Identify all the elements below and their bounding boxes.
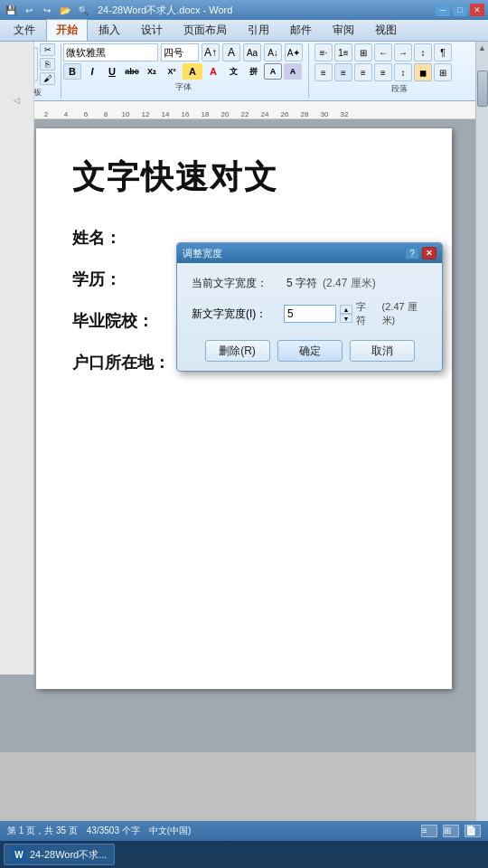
superscript-button[interactable]: X² <box>163 63 181 80</box>
paragraph-label: 段落 <box>314 83 484 95</box>
ruler-mark: 24 <box>255 110 275 118</box>
show-marks-btn[interactable]: ¶ <box>434 43 452 61</box>
font-label: 字体 <box>63 81 303 93</box>
text-effect-btn[interactable]: A✦ <box>285 43 303 61</box>
increase-font-btn[interactable]: A <box>222 43 240 61</box>
document-area: 文字快速对文 姓名： 学历： 毕业院校： 户口所在地： <box>0 119 488 752</box>
minimize-button[interactable]: ─ <box>436 4 450 16</box>
ruler-mark: 30 <box>314 110 334 118</box>
confirm-button[interactable]: 确定 <box>277 340 343 362</box>
page-info: 第 1 页，共 35 页 <box>7 825 78 837</box>
new-width-row: 新文字宽度(I)： ▲ ▼ 字符 (2.47 厘米) <box>192 300 427 327</box>
close-button[interactable]: ✕ <box>470 4 484 16</box>
border-btn[interactable]: ⊞ <box>434 63 452 81</box>
font-group: A↑ A Aa A↓ A✦ B I U abc X₂ X² A A 文 拼 A … <box>63 43 309 99</box>
ruler-mark: 6 <box>76 110 96 118</box>
margin-indicator: ◁ <box>0 96 33 105</box>
adjust-width-dialog: 调整宽度 ? ✕ 当前文字宽度： 5 字符 (2.47 厘米) 新文字宽度(I)… <box>176 242 443 372</box>
paragraph-group: ≡· 1≡ ⊞ ← → ↕ ¶ ≡ ≡ ≡ ≡ ↕ ◼ ⊞ 段落 <box>309 43 484 99</box>
cut-button[interactable]: ✂ <box>40 43 55 56</box>
document-page[interactable]: 文字快速对文 姓名： 学历： 毕业院校： 户口所在地： <box>36 128 452 689</box>
clear-format-btn[interactable]: Aa <box>243 43 261 61</box>
align-right-btn[interactable]: ≡ <box>354 63 372 81</box>
dialog-title-left: 调整宽度 <box>183 247 222 260</box>
list-bullet-btn[interactable]: ≡· <box>314 43 333 61</box>
ruler-mark: 10 <box>116 110 136 118</box>
char-shading-btn[interactable]: A <box>284 63 302 80</box>
scroll-up-btn[interactable]: ▲ <box>476 42 488 52</box>
dialog-help-button[interactable]: ? <box>405 247 419 259</box>
ribbon-tabs: 文件 开始 插入 设计 页面布局 引用 邮件 审阅 视图 <box>0 20 488 42</box>
align-left-btn[interactable]: ≡ <box>314 63 333 81</box>
cancel-button[interactable]: 取消 <box>350 340 415 362</box>
search-icon[interactable]: 🔍 <box>76 3 90 17</box>
ribbon-area: 📋 ✂ ⎘ 🖌 剪贴板 A↑ A Aa A↓ A✦ B <box>0 42 488 101</box>
spin-buttons: ▲ ▼ <box>340 305 352 323</box>
tab-review[interactable]: 审阅 <box>323 19 364 41</box>
underline-button[interactable]: U <box>103 63 121 80</box>
font-row1: A↑ A Aa A↓ A✦ <box>63 43 303 61</box>
line-spacing-btn[interactable]: ↕ <box>394 63 412 81</box>
view-normal-btn[interactable]: ≡ <box>421 825 437 837</box>
ruler-mark: 12 <box>136 110 155 118</box>
font-name-input[interactable] <box>63 43 158 61</box>
highlight-button[interactable]: A <box>183 63 202 80</box>
status-bar: 第 1 页，共 35 页 43/3503 个字 中文(中国) ≡ ⊞ 📄 <box>0 821 488 841</box>
spin-up-btn[interactable]: ▲ <box>340 305 352 314</box>
ruler-mark: 8 <box>96 110 116 118</box>
current-width-value: 5 字符 <box>286 276 317 291</box>
view-web-btn[interactable]: ⊞ <box>443 825 459 837</box>
taskbar: W 24-28Word不求... <box>0 841 488 868</box>
tab-layout[interactable]: 页面布局 <box>174 19 237 41</box>
dialog-close-button[interactable]: ✕ <box>422 247 436 259</box>
strikethrough-button[interactable]: abc <box>123 63 141 80</box>
char-border-btn[interactable]: A <box>264 63 282 80</box>
tab-view[interactable]: 视图 <box>365 19 407 41</box>
format-painter-button[interactable]: 🖌 <box>40 72 55 85</box>
view-read-btn[interactable]: 📄 <box>465 825 481 837</box>
tab-mailings[interactable]: 邮件 <box>280 19 322 41</box>
bold-button[interactable]: B <box>63 63 81 80</box>
italic-button[interactable]: I <box>83 63 101 80</box>
justify-btn[interactable]: ≡ <box>374 63 392 81</box>
phonetic-btn[interactable]: 拼 <box>244 63 262 80</box>
tab-insert[interactable]: 插入 <box>89 19 130 41</box>
ruler-mark: 16 <box>175 110 195 118</box>
undo-icon[interactable]: ↩ <box>22 3 36 17</box>
chinese-layout-btn[interactable]: 文 <box>224 63 242 80</box>
ruler-marks: 2 4 6 8 10 12 14 16 18 20 22 24 26 28 30… <box>0 110 488 118</box>
dialog-buttons: 删除(R) 确定 取消 <box>192 340 427 362</box>
taskbar-word-item[interactable]: W 24-28Word不求... <box>4 844 115 865</box>
dialog-title: 调整宽度 <box>183 247 222 260</box>
copy-button[interactable]: ⎘ <box>40 58 55 71</box>
maximize-button[interactable]: □ <box>453 4 467 16</box>
indent-dec-btn[interactable]: ← <box>374 43 392 61</box>
tab-home[interactable]: 开始 <box>46 19 88 41</box>
char-count: 43/3503 个字 <box>87 825 140 837</box>
list-numbered-btn[interactable]: 1≡ <box>334 43 352 61</box>
tab-references[interactable]: 引用 <box>238 19 279 41</box>
spin-down-btn[interactable]: ▼ <box>340 314 352 323</box>
font-color-button[interactable]: A <box>204 63 222 80</box>
redo-icon[interactable]: ↪ <box>40 3 54 17</box>
indent-inc-btn[interactable]: → <box>394 43 412 61</box>
current-width-label: 当前文字宽度： <box>192 276 286 291</box>
dialog-body: 当前文字宽度： 5 字符 (2.47 厘米) 新文字宽度(I)： ▲ ▼ 字符 … <box>177 263 442 371</box>
font-format-btn[interactable]: A↓ <box>264 43 282 61</box>
align-center-btn[interactable]: ≡ <box>334 63 352 81</box>
new-width-input-group: ▲ ▼ 字符 (2.47 厘米) <box>284 300 427 327</box>
sort-btn[interactable]: ↕ <box>414 43 432 61</box>
tab-file[interactable]: 文件 <box>4 19 45 41</box>
decrease-font-btn[interactable]: A↑ <box>202 43 220 61</box>
shading-btn[interactable]: ◼ <box>414 63 432 81</box>
new-width-input[interactable] <box>284 305 336 323</box>
vertical-scrollbar[interactable]: ▲ <box>475 42 488 821</box>
multilevel-list-btn[interactable]: ⊞ <box>354 43 372 61</box>
scroll-thumb[interactable] <box>477 71 488 107</box>
open-icon[interactable]: 📂 <box>58 3 72 17</box>
tab-design[interactable]: 设计 <box>131 19 173 41</box>
font-size-input[interactable] <box>161 43 199 61</box>
subscript-button[interactable]: X₂ <box>143 63 161 80</box>
delete-button[interactable]: 删除(R) <box>205 340 270 362</box>
ruler-mark: 22 <box>235 110 255 118</box>
